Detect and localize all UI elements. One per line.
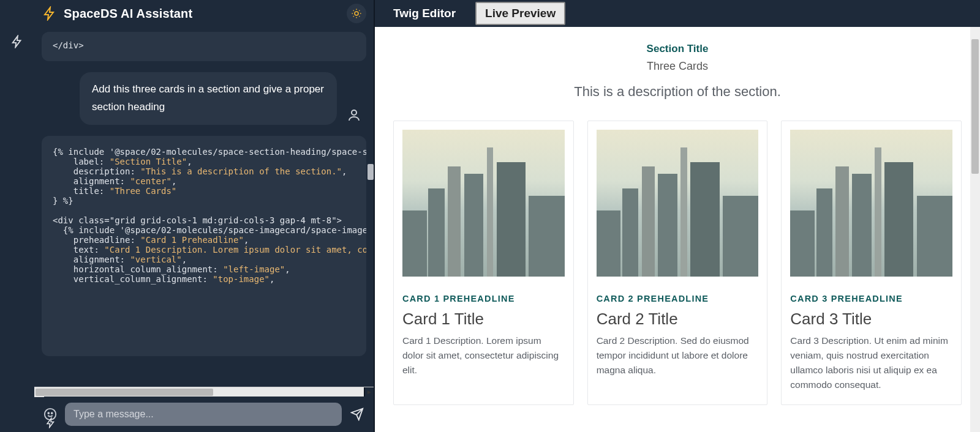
card-grid: CARD 1 PREHEADLINE Card 1 Title Card 1 D… — [393, 121, 962, 405]
editor-tabs: Twig Editor Live Preview — [375, 0, 980, 27]
app-logo-icon — [42, 6, 58, 21]
app-title: SpaceDS AI Assistant — [64, 7, 192, 21]
send-icon — [350, 408, 364, 421]
right-panel: Twig Editor Live Preview Section Title T… — [374, 0, 980, 432]
chat-input[interactable] — [65, 403, 342, 426]
card-item: CARD 3 PREHEADLINE Card 3 Title Card 3 D… — [781, 121, 962, 405]
card-image — [402, 130, 565, 277]
bolt-corner-icon — [45, 417, 56, 431]
section-label: Section Title — [393, 43, 962, 55]
preview-pane[interactable]: Section Title Three Cards This is a desc… — [375, 27, 980, 432]
svg-point-0 — [355, 12, 358, 15]
section-description: This is a description of the section. — [393, 84, 962, 100]
card-preheadline: CARD 1 PREHEADLINE — [402, 294, 565, 304]
send-button[interactable] — [348, 405, 366, 423]
horizontal-scrollbar-thumb[interactable] — [36, 389, 213, 396]
left-rail — [0, 0, 34, 432]
svg-point-1 — [352, 110, 356, 115]
user-avatar-icon — [344, 105, 364, 125]
card-preheadline: CARD 3 PREHEADLINE — [790, 294, 952, 304]
section-title: Three Cards — [393, 60, 962, 73]
theme-toggle-button[interactable] — [347, 4, 366, 23]
card-preheadline: CARD 2 PREHEADLINE — [597, 294, 759, 304]
user-message-bubble: Add this three cards in a section and gi… — [80, 72, 337, 125]
svg-point-4 — [51, 412, 53, 414]
left-vertical-scrollbar[interactable] — [368, 164, 374, 180]
chat-header: SpaceDS AI Assistant — [34, 0, 374, 27]
assistant-code-snippet-top: </div> — [42, 32, 366, 61]
assistant-code-block: {% include '@space/02-molecules/space-se… — [42, 136, 366, 356]
card-item: CARD 1 PREHEADLINE Card 1 Title Card 1 D… — [393, 121, 574, 405]
horizontal-scrollbar[interactable]: ◄ ► — [34, 387, 374, 397]
card-image — [790, 130, 952, 277]
card-item: CARD 2 PREHEADLINE Card 2 Title Card 2 D… — [587, 121, 768, 405]
svg-point-3 — [48, 412, 49, 414]
card-image — [597, 130, 759, 277]
sun-icon — [351, 8, 362, 19]
tab-live-preview[interactable]: Live Preview — [475, 2, 565, 25]
preview-vertical-scrollbar[interactable] — [970, 27, 980, 432]
card-title: Card 1 Title — [402, 310, 565, 329]
card-text: Card 2 Description. Sed do eiusmod tempo… — [597, 333, 759, 378]
composer — [34, 397, 374, 432]
card-text: Card 3 Description. Ut enim ad minim ven… — [790, 333, 952, 392]
preview-scrollbar-thumb[interactable] — [971, 39, 979, 174]
chat-panel: SpaceDS AI Assistant </div> Add this thr… — [34, 0, 374, 432]
chat-scroll-area[interactable]: </div> Add this three cards in a section… — [34, 27, 374, 387]
card-title: Card 2 Title — [597, 310, 759, 329]
tab-twig-editor[interactable]: Twig Editor — [385, 3, 464, 24]
card-text: Card 1 Description. Lorem ipsum dolor si… — [402, 333, 565, 378]
card-title: Card 3 Title — [790, 310, 952, 329]
scroll-right-arrow-icon[interactable]: ► — [364, 387, 374, 397]
bolt-icon[interactable] — [9, 33, 26, 50]
